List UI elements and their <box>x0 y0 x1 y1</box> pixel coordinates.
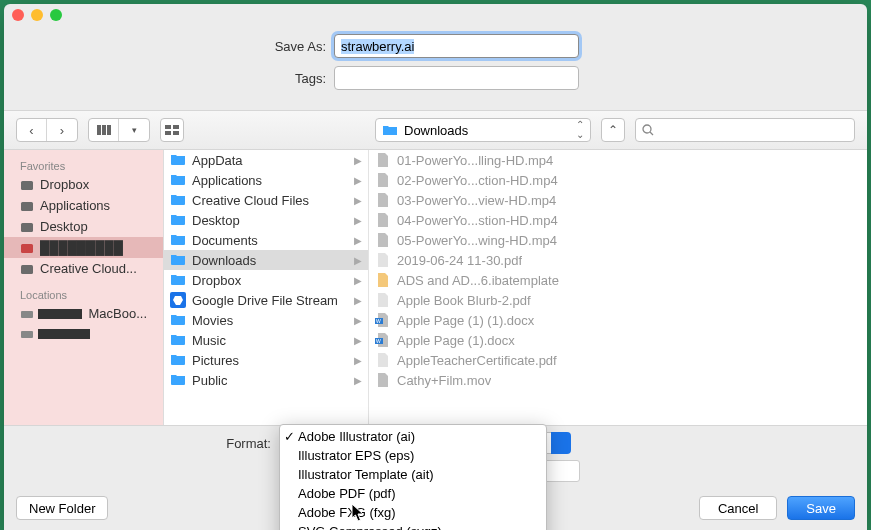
chevron-right-icon: ▶ <box>354 295 362 306</box>
chevron-right-icon: ▶ <box>354 255 362 266</box>
chevron-right-icon: ▶ <box>354 315 362 326</box>
svg-rect-3 <box>165 125 171 129</box>
file-item[interactable]: 04-PowerYo...stion-HD.mp4 <box>369 210 867 230</box>
svg-rect-12 <box>21 244 33 253</box>
format-option[interactable]: Adobe FXG (fxg) <box>280 503 546 522</box>
file-item[interactable]: 03-PowerYo...view-HD.mp4 <box>369 190 867 210</box>
window-maximize-button[interactable] <box>50 9 62 21</box>
file-item[interactable]: AppleTeacherCertificate.pdf <box>369 350 867 370</box>
chevron-right-icon: ▶ <box>354 175 362 186</box>
location-dropdown[interactable]: Downloads ⌃⌄ <box>375 118 591 142</box>
search-icon <box>642 124 654 136</box>
view-mode-group: ▾ <box>88 118 150 142</box>
format-menu: Adobe Illustrator (ai)Illustrator EPS (e… <box>279 424 547 530</box>
svg-rect-14 <box>21 311 33 318</box>
new-folder-button[interactable]: New Folder <box>16 496 108 520</box>
format-label: Format: <box>16 436 281 451</box>
file-item[interactable]: 02-PowerYo...ction-HD.mp4 <box>369 170 867 190</box>
folder-item[interactable]: Applications▶ <box>164 170 368 190</box>
search-input[interactable] <box>635 118 855 142</box>
svg-text:W: W <box>376 338 381 344</box>
folder-item[interactable]: Music▶ <box>164 330 368 350</box>
browser-body: Favorites DropboxApplicationsDesktop████… <box>4 150 867 425</box>
folder-item[interactable]: Downloads▶ <box>164 250 368 270</box>
collapse-button[interactable]: ⌃ <box>601 118 625 142</box>
format-option[interactable]: Illustrator Template (ait) <box>280 465 546 484</box>
format-option[interactable]: Adobe PDF (pdf) <box>280 484 546 503</box>
tags-input[interactable] <box>334 66 579 90</box>
columns-view-button[interactable] <box>89 119 119 141</box>
grid-options-button[interactable] <box>160 118 184 142</box>
file-item[interactable]: 2019-06-24 11-30.pdf <box>369 250 867 270</box>
svg-text:W: W <box>376 318 381 324</box>
folder-item[interactable]: Movies▶ <box>164 310 368 330</box>
folder-item[interactable]: Pictures▶ <box>164 350 368 370</box>
folder-item[interactable]: Dropbox▶ <box>164 270 368 290</box>
svg-rect-13 <box>21 265 33 274</box>
sidebar: Favorites DropboxApplicationsDesktop████… <box>4 150 164 425</box>
format-option[interactable]: Adobe Illustrator (ai) <box>280 427 546 446</box>
svg-rect-1 <box>102 125 106 135</box>
svg-point-7 <box>643 125 651 133</box>
view-chevron-button[interactable]: ▾ <box>119 119 149 141</box>
chevron-right-icon: ▶ <box>354 235 362 246</box>
chevron-right-icon: ▶ <box>354 335 362 346</box>
save-as-input[interactable] <box>334 34 579 58</box>
file-item[interactable]: Cathy+Film.mov <box>369 370 867 390</box>
file-item[interactable]: 01-PowerYo...lling-HD.mp4 <box>369 150 867 170</box>
sidebar-location-1[interactable] <box>4 324 163 344</box>
format-option[interactable]: Illustrator EPS (eps) <box>280 446 546 465</box>
sidebar-favorites-header: Favorites <box>4 156 163 174</box>
tags-label: Tags: <box>14 71 334 86</box>
chevron-right-icon: ▶ <box>354 275 362 286</box>
chevron-right-icon: ▶ <box>354 155 362 166</box>
dropdown-chevron-icon: ⌃⌄ <box>576 120 584 140</box>
svg-rect-10 <box>21 202 33 211</box>
window-close-button[interactable] <box>12 9 24 21</box>
window-minimize-button[interactable] <box>31 9 43 21</box>
svg-rect-2 <box>107 125 111 135</box>
save-as-label: Save As: <box>14 39 334 54</box>
format-dropdown-button[interactable] <box>551 432 571 454</box>
svg-rect-9 <box>21 181 33 190</box>
svg-rect-5 <box>165 131 171 135</box>
folder-item[interactable]: Documents▶ <box>164 230 368 250</box>
folder-item[interactable]: Google Drive File Stream▶ <box>164 290 368 310</box>
toolbar: ‹ › ▾ Downloads ⌃⌄ ⌃ <box>4 110 867 150</box>
save-button[interactable]: Save <box>787 496 855 520</box>
folder-item[interactable]: Public▶ <box>164 370 368 390</box>
nav-back-forward: ‹ › <box>16 118 78 142</box>
sidebar-locations-header: Locations <box>4 285 163 303</box>
chevron-right-icon: ▶ <box>354 375 362 386</box>
svg-rect-0 <box>97 125 101 135</box>
folder-column-2: 01-PowerYo...lling-HD.mp402-PowerYo...ct… <box>369 150 867 425</box>
file-item[interactable]: Apple Book Blurb-2.pdf <box>369 290 867 310</box>
forward-button[interactable]: › <box>47 119 77 141</box>
sidebar-item-cc[interactable]: Creative Cloud... <box>4 258 163 279</box>
folder-item[interactable]: Creative Cloud Files▶ <box>164 190 368 210</box>
titlebar <box>4 4 867 26</box>
sidebar-item-apps[interactable]: Applications <box>4 195 163 216</box>
cancel-button[interactable]: Cancel <box>699 496 777 520</box>
lower-panel: Format: ge: 1 New Folder Cancel Save Ado… <box>4 425 867 530</box>
back-button[interactable]: ‹ <box>17 119 47 141</box>
format-option[interactable]: SVG Compressed (svgz) <box>280 522 546 530</box>
sidebar-item-home[interactable]: █████████ <box>4 237 163 258</box>
chevron-right-icon: ▶ <box>354 355 362 366</box>
sidebar-item-desktop[interactable]: Desktop <box>4 216 163 237</box>
svg-rect-15 <box>21 331 33 338</box>
svg-rect-6 <box>173 131 179 135</box>
sidebar-item-dropbox[interactable]: Dropbox <box>4 174 163 195</box>
file-item[interactable]: ADS and AD...6.ibatemplate <box>369 270 867 290</box>
chevron-right-icon: ▶ <box>354 195 362 206</box>
folder-item[interactable]: AppData▶ <box>164 150 368 170</box>
save-dialog: Save As: Tags: ‹ › ▾ Downloads ⌃⌄ ⌃ <box>4 4 867 530</box>
folder-item[interactable]: Desktop▶ <box>164 210 368 230</box>
file-item[interactable]: WApple Page (1) (1).docx <box>369 310 867 330</box>
sidebar-location-0[interactable]: MacBoo... <box>4 303 163 324</box>
folder-icon <box>382 123 398 137</box>
chevron-right-icon: ▶ <box>354 215 362 226</box>
file-item[interactable]: 05-PowerYo...wing-HD.mp4 <box>369 230 867 250</box>
file-item[interactable]: WApple Page (1).docx <box>369 330 867 350</box>
top-fields: Save As: Tags: <box>4 26 867 110</box>
